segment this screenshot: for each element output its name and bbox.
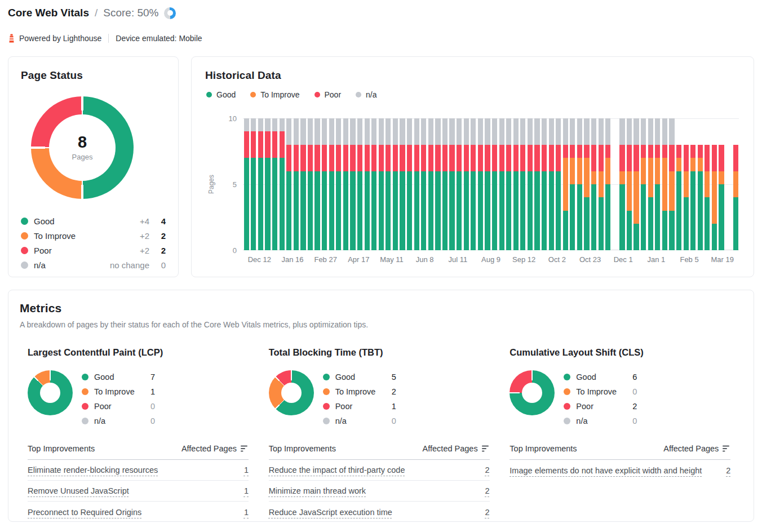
history-bar[interactable] [244, 118, 249, 250]
legend-label: Poor [576, 402, 632, 411]
history-bar[interactable] [613, 118, 618, 250]
history-bar[interactable] [251, 118, 256, 250]
affected-pages-sort[interactable]: Affected Pages [423, 444, 490, 453]
history-bar[interactable] [386, 118, 391, 250]
history-bar[interactable] [655, 118, 660, 250]
bar-segment-poor [421, 145, 426, 171]
history-bar[interactable] [428, 118, 433, 250]
bar-segment-good [633, 224, 639, 250]
bar-segment-poor [534, 145, 539, 171]
history-bar[interactable] [534, 118, 539, 250]
history-bar[interactable] [357, 118, 362, 250]
history-bar[interactable] [633, 118, 639, 250]
history-bar[interactable] [690, 118, 695, 250]
history-bar[interactable] [314, 118, 320, 250]
history-bar[interactable] [627, 118, 632, 250]
bar-segment-good [442, 171, 448, 250]
improvement-link[interactable]: Image elements do not have explicit widt… [510, 466, 702, 475]
history-bar[interactable] [684, 118, 689, 250]
history-bar[interactable] [563, 118, 568, 250]
improvement-link[interactable]: Preconnect to Required Origins [28, 508, 141, 517]
history-bar[interactable] [528, 118, 533, 250]
historical-legend-poor[interactable]: Poor [314, 90, 342, 99]
history-bar[interactable] [457, 118, 462, 250]
improvement-link[interactable]: Minimize main thread work [269, 486, 366, 495]
affected-pages-link[interactable]: 1 [244, 508, 249, 517]
improvement-link[interactable]: Eliminate render-blocking resources [28, 466, 158, 475]
historical-legend-na[interactable]: n/a [356, 90, 376, 99]
history-bar[interactable] [300, 118, 305, 250]
history-bar[interactable] [435, 118, 440, 250]
historical-legend-good[interactable]: Good [206, 90, 236, 99]
history-bar[interactable] [506, 118, 511, 250]
history-bar[interactable] [393, 118, 398, 250]
history-bar[interactable] [442, 118, 448, 250]
history-bar[interactable] [513, 118, 519, 250]
history-bar[interactable] [542, 118, 547, 250]
history-bar[interactable] [322, 118, 327, 250]
improvement-link[interactable]: Remove Unused JavaScript [28, 486, 129, 495]
history-bar[interactable] [719, 118, 724, 250]
history-bar[interactable] [584, 118, 589, 250]
affected-pages-sort[interactable]: Affected Pages [181, 444, 249, 453]
history-bar[interactable] [499, 118, 504, 250]
history-bar[interactable] [641, 118, 646, 250]
history-bar[interactable] [471, 118, 476, 250]
history-bar[interactable] [520, 118, 525, 250]
history-bar[interactable] [286, 118, 291, 250]
history-bar[interactable] [705, 118, 710, 250]
improvement-link[interactable]: Reduce JavaScript execution time [269, 508, 392, 517]
history-bar[interactable] [449, 118, 454, 250]
history-bar[interactable] [379, 118, 384, 250]
affected-pages-link[interactable]: 2 [485, 508, 490, 517]
page-status-total-label: Pages [72, 153, 93, 161]
history-bar[interactable] [662, 118, 667, 250]
bar-segment-to_improve [655, 158, 660, 184]
affected-pages-sort[interactable]: Affected Pages [663, 444, 730, 453]
history-bar[interactable] [350, 118, 355, 250]
history-bar[interactable] [698, 118, 703, 250]
history-bar[interactable] [726, 118, 731, 250]
affected-pages-link[interactable]: 2 [726, 466, 730, 475]
affected-pages-link[interactable]: 1 [244, 466, 249, 475]
history-bar[interactable] [648, 118, 653, 250]
history-bar[interactable] [712, 118, 717, 250]
bar-segment-to_improve [705, 171, 710, 198]
historical-legend-to_improve[interactable]: To Improve [250, 90, 299, 99]
history-bar[interactable] [577, 118, 582, 250]
history-bar[interactable] [294, 118, 299, 250]
history-bar[interactable] [464, 118, 469, 250]
history-bar[interactable] [329, 118, 334, 250]
history-bar[interactable] [407, 118, 412, 250]
history-bar[interactable] [556, 118, 561, 250]
history-bar[interactable] [308, 118, 313, 250]
affected-pages-link[interactable]: 1 [244, 486, 249, 495]
history-bar[interactable] [599, 118, 604, 250]
history-bar[interactable] [280, 118, 285, 250]
improvement-link[interactable]: Reduce the impact of third-party code [269, 466, 405, 475]
history-bar[interactable] [619, 118, 624, 250]
history-bar[interactable] [478, 118, 483, 250]
history-bar[interactable] [371, 118, 376, 250]
history-bar[interactable] [492, 118, 497, 250]
history-bar[interactable] [265, 118, 270, 250]
history-bar[interactable] [343, 118, 348, 250]
history-bar[interactable] [733, 118, 738, 250]
history-bar[interactable] [676, 118, 681, 250]
history-bar[interactable] [485, 118, 490, 250]
affected-pages-link[interactable]: 2 [485, 466, 490, 475]
history-bar[interactable] [549, 118, 554, 250]
history-bar[interactable] [669, 118, 674, 250]
history-bar[interactable] [605, 118, 610, 250]
history-bar[interactable] [570, 118, 575, 250]
history-bar[interactable] [591, 118, 596, 250]
history-bar[interactable] [421, 118, 426, 250]
na-legend-dot-icon [323, 418, 330, 424]
history-bar[interactable] [414, 118, 419, 250]
history-bar[interactable] [272, 118, 277, 250]
history-bar[interactable] [365, 118, 370, 250]
history-bar[interactable] [336, 118, 341, 250]
history-bar[interactable] [258, 118, 263, 250]
history-bar[interactable] [400, 118, 405, 250]
affected-pages-link[interactable]: 2 [485, 486, 490, 495]
